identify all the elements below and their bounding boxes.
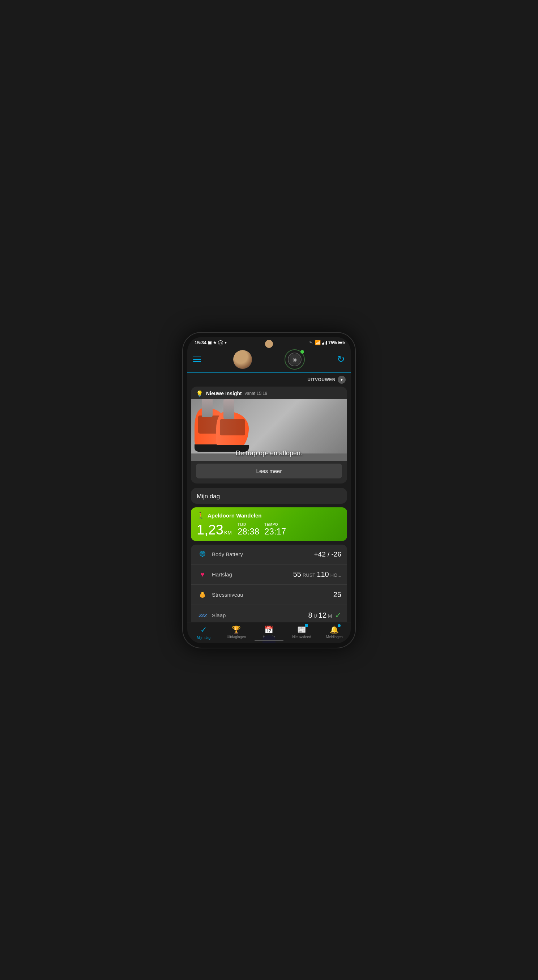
signal-icon <box>322 341 327 345</box>
bell-icon: 🔔 <box>330 625 339 633</box>
activity-tempo-label: TEMPO <box>264 523 278 527</box>
expand-bar[interactable]: UITVOUWEN ▾ <box>187 373 351 387</box>
activity-tijd-value: 28:38 <box>237 527 259 537</box>
avatar-image <box>233 350 252 369</box>
nav-uitdagingen-label: Uitdagingen <box>227 635 246 639</box>
phone-frame: 15:34 ▣ ★ 75 • ⯲ 📶 75% <box>182 332 356 648</box>
dot-icon: • <box>224 340 227 346</box>
hartslag-label: Hartslag <box>212 571 293 578</box>
activity-distance-unit: KM <box>224 530 232 536</box>
trophy-icon: 🏆 <box>232 625 241 634</box>
svg-text:BB: BB <box>201 552 204 554</box>
slaap-value: 8 U 12 M <box>308 611 332 619</box>
nav-item-nieuwsfeed[interactable]: 📰 Nieuwsfeed <box>291 625 312 640</box>
time-display: 15:34 <box>194 340 207 345</box>
mijn-dag-title: Mijn dag <box>191 488 347 504</box>
hamburger-menu[interactable] <box>193 356 201 362</box>
lees-meer-button[interactable]: Lees meer <box>196 464 342 479</box>
activity-title-row: 🚶 Apeldoorn Wandelen <box>197 512 341 520</box>
hartslag-rust-unit: RUST <box>302 573 315 578</box>
bluetooth-icon: ⯲ <box>309 340 314 345</box>
nav-item-uitdagingen[interactable]: 🏆 Uitdagingen <box>226 625 247 640</box>
circle-75-icon: 75 <box>218 340 223 345</box>
notification-icon: ▣ <box>208 340 212 345</box>
insight-image-area: De trap op- en aflopen. <box>191 399 347 461</box>
body-battery-label: Body Battery <box>212 551 314 557</box>
nav-nieuwsfeed-label: Nieuwsfeed <box>292 635 311 639</box>
nav-item-mijn-dag[interactable]: ✓ Mijn dag <box>193 625 215 640</box>
stressniveau-label: Stressniveau <box>212 592 333 598</box>
insight-text: De trap op- en aflopen. <box>191 450 347 457</box>
watch-device-indicator[interactable] <box>285 349 305 369</box>
body-battery-icon: BB <box>197 550 208 558</box>
nav-item-meldingen[interactable]: 🔔 Meldingen <box>323 625 345 640</box>
refresh-button[interactable]: ↻ <box>337 354 345 365</box>
hartslag-rust-value: 55 <box>293 570 301 579</box>
slaap-hours-unit: U <box>314 613 317 619</box>
bulb-icon: 💡 <box>196 390 203 397</box>
watch-face <box>288 353 302 366</box>
activity-title: Apeldoorn Wandelen <box>207 512 261 519</box>
heart-icon: ♥ <box>197 570 208 579</box>
status-time: 15:34 ▣ ★ 75 • <box>194 340 227 346</box>
star-icon: ★ <box>213 340 216 345</box>
wifi-icon: 📶 <box>315 340 321 345</box>
home-bar <box>255 640 283 641</box>
activity-card[interactable]: 🚶 Apeldoorn Wandelen 1,23 KM TIJD 28:38 <box>191 508 347 541</box>
stat-row-hartslag[interactable]: ♥ Hartslag 55 RUST 110 HO... <box>191 565 347 585</box>
watch-face-inner <box>290 355 300 364</box>
hartslag-ho-value: 110 <box>317 570 329 579</box>
insight-header: 💡 Nieuwe Insight vanaf 15:19 <box>191 387 347 399</box>
news-badge <box>305 624 308 627</box>
main-scroll-area[interactable]: UITVOUWEN ▾ 💡 Nieuwe Insight vanaf 15:19 <box>187 373 351 622</box>
watch-connected-dot <box>301 350 304 354</box>
app-header: ↻ <box>187 347 351 373</box>
stat-row-stressniveau[interactable]: ⚡ Stressniveau 25 <box>191 585 347 605</box>
calendar-icon: 📅 <box>264 625 273 634</box>
activity-tijd: TIJD 28:38 <box>237 523 259 537</box>
slaap-check-icon: ✓ <box>335 611 341 620</box>
expand-chevron-icon[interactable]: ▾ <box>338 376 345 384</box>
hartslag-value: 55 RUST 110 HO... <box>293 570 341 579</box>
activity-stats-row: 1,23 KM TIJD 28:38 TEMPO 23:17 <box>197 523 341 537</box>
mijn-dag-section: Mijn dag <box>191 488 347 504</box>
activity-tijd-label: TIJD <box>237 523 246 527</box>
stat-row-slaap[interactable]: ZZZ Slaap 8 U 12 M ✓ <box>191 605 347 622</box>
battery-icon <box>338 341 344 344</box>
stats-list: BB Body Battery +42 / -26 ♥ Hartslag 55 … <box>191 545 347 622</box>
nav-mijn-dag-label: Mijn dag <box>197 636 210 640</box>
meldingen-badge <box>338 624 341 627</box>
sleep-icon: ZZZ <box>197 612 208 618</box>
status-icons: ⯲ 📶 75% <box>309 340 344 345</box>
activity-distance-value: 1,23 <box>197 523 223 537</box>
battery-percentage: 75% <box>328 340 337 345</box>
activity-distance-display: 1,23 KM <box>197 523 232 537</box>
bell-icon-wrapper: 🔔 <box>330 625 339 634</box>
insight-card[interactable]: 💡 Nieuwe Insight vanaf 15:19 <box>191 387 347 484</box>
stat-row-body-battery[interactable]: BB Body Battery +42 / -26 <box>191 545 347 565</box>
phone-screen: 15:34 ▣ ★ 75 • ⯲ 📶 75% <box>187 337 351 643</box>
slaap-minutes: 12 <box>318 611 326 619</box>
activity-tempo: TEMPO 23:17 <box>264 523 286 537</box>
nav-meldingen-label: Meldingen <box>326 635 343 639</box>
stress-icon: ⚡ <box>197 590 208 598</box>
insight-title: Nieuwe Insight <box>206 391 242 396</box>
nav-mijn-dag-icon: ✓ <box>200 625 207 635</box>
news-icon-wrapper: 📰 <box>297 625 306 634</box>
hartslag-ho-unit: HO... <box>331 573 341 578</box>
slaap-label: Slaap <box>212 612 308 618</box>
walk-icon: 🚶 <box>197 512 205 520</box>
svg-text:⚡: ⚡ <box>201 591 204 595</box>
sleep-zzz-icon: ZZZ <box>199 612 207 618</box>
activity-tempo-value: 23:17 <box>264 527 286 537</box>
slaap-minutes-unit: M <box>328 613 332 619</box>
body-battery-value: +42 / -26 <box>314 550 341 558</box>
stressniveau-value: 25 <box>333 590 341 599</box>
expand-label: UITVOUWEN <box>307 377 336 382</box>
insight-time: vanaf 15:19 <box>245 391 267 396</box>
avatar[interactable] <box>233 350 252 369</box>
slaap-hours: 8 <box>308 611 312 619</box>
